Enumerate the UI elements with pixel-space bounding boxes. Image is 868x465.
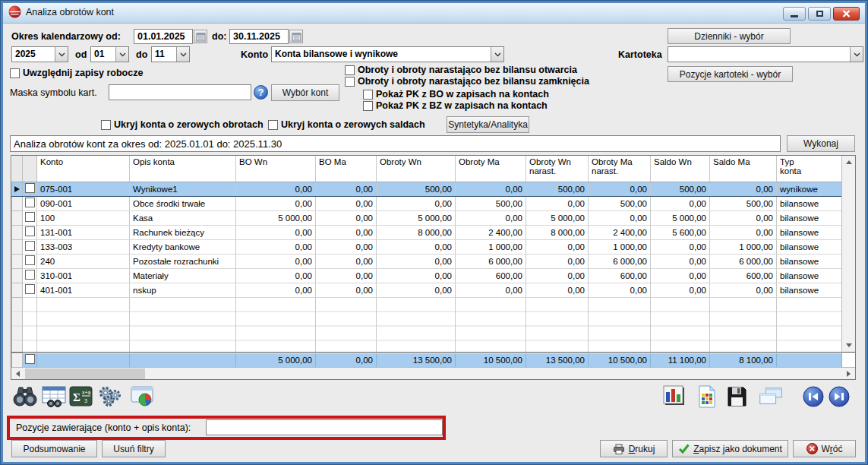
row-checkbox[interactable] — [25, 270, 35, 280]
cell-obroty-wn-narast[interactable]: 0,00 — [526, 268, 589, 283]
month-from-combo[interactable]: 01 — [90, 46, 129, 62]
cell-konto[interactable]: 240 — [37, 254, 130, 268]
cell-konto[interactable]: 310-001 — [37, 268, 130, 283]
save-button[interactable] — [723, 384, 750, 410]
cell-obroty-wn-narast[interactable]: 0,00 — [526, 196, 589, 210]
sum-button[interactable]: Σ x+a 3 — [68, 384, 95, 410]
chevron-down-icon[interactable] — [115, 47, 128, 62]
cell-obroty-wn-narast[interactable]: 0,00 — [526, 254, 589, 268]
row-select-cell[interactable] — [23, 225, 37, 239]
summary-checkbox[interactable] — [25, 354, 35, 364]
row-checkbox[interactable] — [25, 226, 35, 236]
row-checkbox[interactable] — [25, 212, 35, 222]
cell-obroty-ma-narast[interactable]: 600,00 — [589, 268, 651, 283]
table-row[interactable]: 401-001nskup0,000,000,000,000,000,000,00… — [12, 283, 842, 297]
cell-saldo-ma[interactable]: 1 000,00 — [710, 239, 777, 254]
column-header-obroty-wn-narast[interactable]: Obroty Wn narast. — [526, 156, 589, 182]
date-from-field[interactable]: 01.01.2025 — [134, 29, 193, 44]
cell-obroty-ma[interactable]: 2 400,00 — [456, 225, 526, 239]
cell-obroty-ma-narast[interactable]: 500,00 — [589, 196, 651, 210]
checkbox-box[interactable] — [345, 65, 355, 75]
cell-obroty-ma-narast[interactable]: 0,00 — [589, 283, 651, 297]
table-row[interactable]: 240Pozostałe rozrachunki0,000,000,006 00… — [12, 254, 842, 268]
row-select-cell[interactable] — [23, 182, 37, 196]
checkbox-box[interactable] — [101, 120, 111, 130]
podsumowanie-button[interactable]: Podsumowanie — [11, 440, 97, 457]
wroc-button[interactable]: Wróć — [793, 440, 856, 457]
column-header-bo-wn[interactable]: BO Wn — [236, 156, 316, 182]
cell-bo-wn[interactable]: 0,00 — [236, 196, 316, 210]
row-select-cell[interactable] — [23, 283, 37, 297]
cell-konto[interactable]: 131-001 — [37, 225, 130, 239]
checkbox-pk-bo[interactable]: Pokaż PK z BO w zapisach na kontach — [363, 89, 549, 100]
cell-typ-konta[interactable]: bilansowe — [777, 225, 842, 239]
export-spreadsheet-button[interactable] — [693, 384, 721, 410]
scrollbar-thumb[interactable] — [25, 369, 145, 379]
cell-konto[interactable]: 133-003 — [37, 239, 130, 254]
copy-button[interactable] — [757, 384, 784, 410]
syntetyka-analityka-button[interactable]: Syntetyka/Analityka — [447, 116, 529, 133]
cell-obroty-ma[interactable]: 0,00 — [456, 283, 526, 297]
cell-saldo-wn[interactable]: 0,00 — [651, 196, 710, 210]
column-header-bo-ma[interactable]: BO Ma — [316, 156, 377, 182]
cell-opis[interactable]: Pozostałe rozrachunki — [130, 254, 236, 268]
cell-opis[interactable]: Rachunek bieżący — [130, 225, 236, 239]
cell-saldo-ma[interactable]: 0,00 — [710, 182, 777, 196]
column-header-opis[interactable]: Opis konta — [130, 156, 236, 182]
cell-obroty-ma[interactable]: 0,00 — [456, 210, 526, 225]
checkbox-bez-bilansu-otwarcia[interactable]: Obroty i obroty narastająco bez bilansu … — [345, 65, 577, 75]
report-title-input[interactable] — [10, 135, 781, 152]
cell-bo-wn[interactable]: 0,00 — [236, 239, 316, 254]
cell-obroty-wn[interactable]: 8 000,00 — [377, 225, 456, 239]
cell-typ-konta[interactable]: bilansowe — [777, 268, 842, 283]
cell-obroty-wn[interactable]: 0,00 — [377, 239, 456, 254]
settings-button[interactable] — [96, 384, 124, 410]
cell-opis[interactable]: Obce środki trwałe — [130, 196, 236, 210]
cell-saldo-wn[interactable]: 5 000,00 — [651, 210, 710, 225]
cell-opis[interactable]: Wynikowe1 — [130, 182, 236, 196]
cell-obroty-ma-narast[interactable]: 2 400,00 — [589, 225, 651, 239]
cell-obroty-ma-narast[interactable]: 0,00 — [589, 182, 651, 196]
year-combo[interactable]: 2025 — [11, 46, 68, 62]
cell-obroty-wn[interactable]: 0,00 — [377, 268, 456, 283]
cell-bo-wn[interactable]: 5 000,00 — [236, 210, 316, 225]
cell-konto[interactable]: 075-001 — [37, 182, 130, 196]
vertical-scrollbar[interactable] — [841, 156, 855, 352]
column-header-obroty-ma-narast[interactable]: Obroty Ma narast. — [589, 156, 651, 182]
row-select-cell[interactable] — [23, 196, 37, 210]
drukuj-button[interactable]: Drukuj — [600, 440, 668, 457]
checkbox-box[interactable] — [268, 120, 278, 130]
cell-bo-ma[interactable]: 0,00 — [316, 254, 377, 268]
cell-bo-wn[interactable]: 0,00 — [236, 268, 316, 283]
chevron-down-icon[interactable] — [491, 47, 503, 62]
cell-obroty-ma-narast[interactable]: 0,00 — [589, 210, 651, 225]
cell-bo-ma[interactable]: 0,00 — [316, 239, 377, 254]
maximize-button[interactable] — [808, 7, 831, 21]
nav-first-button[interactable] — [800, 384, 827, 410]
cell-saldo-ma[interactable]: 500,00 — [710, 196, 777, 210]
checkbox-box[interactable] — [345, 77, 355, 87]
row-select-cell[interactable] — [23, 268, 37, 283]
cell-bo-ma[interactable]: 0,00 — [316, 182, 377, 196]
cell-obroty-wn[interactable]: 0,00 — [377, 196, 456, 210]
chevron-down-icon[interactable] — [55, 47, 68, 62]
wybor-kont-button[interactable]: Wybór kont — [271, 84, 339, 101]
scroll-up-button[interactable] — [842, 156, 855, 169]
cell-obroty-ma[interactable]: 1 000,00 — [456, 239, 526, 254]
cell-obroty-ma[interactable]: 500,00 — [456, 196, 526, 210]
table-row[interactable]: 310-001Materiały0,000,000,00600,000,0060… — [12, 268, 842, 283]
pozycje-input[interactable] — [206, 419, 443, 435]
cell-saldo-ma[interactable]: 6 000,00 — [710, 254, 777, 268]
checkbox-box[interactable] — [363, 101, 373, 111]
cell-bo-wn[interactable]: 0,00 — [236, 225, 316, 239]
wykonaj-button[interactable]: Wykonaj — [787, 135, 855, 152]
cell-bo-wn[interactable]: 0,00 — [236, 254, 316, 268]
pozycje-kartoteki-wybor-button[interactable]: Pozycje kartoteki - wybór — [668, 66, 793, 82]
cell-obroty-ma-narast[interactable]: 6 000,00 — [589, 254, 651, 268]
cell-saldo-wn[interactable]: 0,00 — [651, 268, 710, 283]
cell-bo-ma[interactable]: 0,00 — [316, 283, 377, 297]
chart-window-button[interactable] — [128, 384, 156, 410]
cell-opis[interactable]: Materiały — [130, 268, 236, 283]
nav-last-button[interactable] — [825, 384, 853, 410]
cell-typ-konta[interactable]: bilansowe — [777, 210, 842, 225]
